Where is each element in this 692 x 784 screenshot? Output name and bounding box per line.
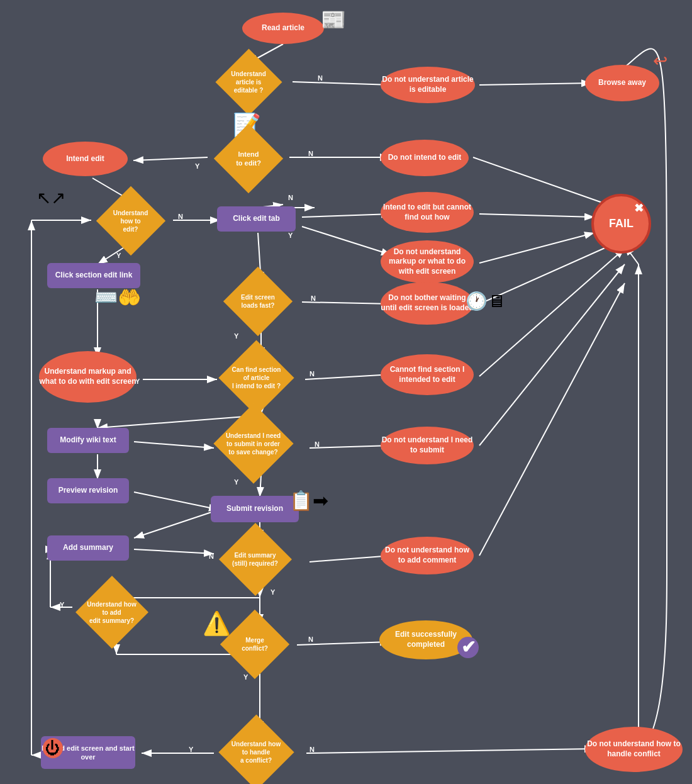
cannot-find-node: Cannot find section I intended to edit (381, 354, 474, 395)
svg-line-47 (310, 556, 391, 562)
direction-icon: ↖↗ (36, 188, 65, 208)
svg-line-29 (310, 445, 391, 448)
svg-line-32 (134, 492, 219, 510)
svg-line-48 (479, 283, 625, 556)
label-y-conflict: Y (189, 746, 193, 753)
intend-to-edit-diamond: Intendto edit? (195, 134, 302, 183)
do-not-understand-comment-node: Do not understand how to add comment (381, 537, 474, 574)
keyboard-icon: ⌨️🤲 (94, 286, 141, 308)
click-section-edit-node: Click section edit link (47, 263, 140, 288)
add-summary-node: Add summary (47, 535, 129, 561)
modify-wiki-node: Modify wiki text (47, 428, 129, 453)
understand-conflict-diamond: Understand howto handlea conflict? (200, 725, 312, 779)
svg-line-18 (302, 302, 391, 304)
clock-icon: 🕐🖥 (466, 291, 505, 311)
understand-how-edit-diamond: Understandhow toedit? (82, 196, 179, 245)
label-n-understand-editable: N (318, 74, 323, 82)
label-n-intend: N (308, 150, 313, 157)
intend-cannot-node: Intend to edit but cannot find out how (381, 192, 474, 233)
fail-node: FAIL ✖ (591, 194, 651, 254)
do-not-intend-node: Do not intend to edit (381, 140, 469, 176)
understand-editable-diamond: Understandarticle iseditable ? (195, 59, 302, 106)
svg-line-31 (260, 475, 261, 497)
svg-line-52 (306, 749, 594, 753)
label-n-merge: N (308, 636, 313, 643)
power-icon: ⏻ (43, 738, 63, 758)
label-n-understand-submit: N (315, 440, 320, 448)
click-edit-tab-node: Click edit tab (217, 206, 296, 232)
do-not-understand-submit-node: Do not understand I need to submit (381, 427, 474, 464)
do-not-understand-markup-node: Do not understand markup or what to do w… (381, 240, 474, 283)
svg-line-3 (293, 82, 391, 85)
label-y-edit-loads: Y (234, 332, 238, 340)
browse-away-node: Browse away (585, 65, 659, 101)
svg-line-24 (479, 249, 625, 376)
submit-icon: 📋➡ (289, 490, 328, 512)
svg-line-4 (479, 83, 591, 85)
label-n-click-edit-1: N (288, 194, 293, 201)
edit-summary-diamond: Edit summary(still) required? (200, 534, 310, 585)
svg-line-15 (479, 214, 594, 217)
do-not-understand-conflict-node: Do not understand how to handle conflict (585, 727, 683, 772)
label-y-understand-submit: Y (234, 478, 238, 486)
flowchart: N Y N Y N Y N Y N Y Y N N Y N Y Y N Y Y … (0, 0, 692, 784)
understand-markup-node: Understand markup and what to do with ed… (39, 351, 137, 403)
preview-revision-node: Preview revision (47, 478, 129, 503)
edit-completed-node: Edit successfully completed ✔ (379, 620, 472, 659)
merge-conflict-diamond: Mergeconflict? (201, 620, 308, 669)
label-y-edit-summary: Y (271, 588, 275, 596)
svg-line-7 (473, 157, 617, 208)
label-n-edit-loads: N (311, 294, 316, 302)
understand-submit-diamond: Understand I needto submit in orderto sa… (198, 415, 308, 472)
svg-line-16 (479, 233, 594, 263)
label-y-edit-screen: Y (288, 232, 293, 239)
x-icon: ✖ (634, 201, 644, 216)
do-not-understand-editable-node: Do not understand article is editable (381, 67, 475, 103)
submit-revision-node: Submit revision (211, 496, 299, 522)
read-article-node: Read article (242, 13, 324, 44)
label-y-merge: Y (243, 673, 248, 681)
can-find-section-diamond: Can find sectionof articleI intend to ed… (201, 351, 311, 405)
understand-add-summary-diamond: Understand howto addedit summary? (60, 586, 164, 638)
newspaper-icon: 📰 (321, 8, 346, 31)
svg-line-23 (305, 374, 391, 379)
svg-line-13 (302, 214, 391, 217)
checkmark-icon: ✔ (457, 637, 479, 658)
svg-line-14 (302, 227, 391, 255)
intend-to-edit-node: Intend edit (43, 142, 128, 176)
label-y-understand-edit: Y (116, 252, 121, 259)
browse-away-icon: ↩ (653, 50, 667, 71)
do-not-bother-node: Do not bother waiting until edit screen … (381, 282, 474, 325)
edit-screen-loads-diamond: Edit screenloads fast? (204, 277, 311, 326)
